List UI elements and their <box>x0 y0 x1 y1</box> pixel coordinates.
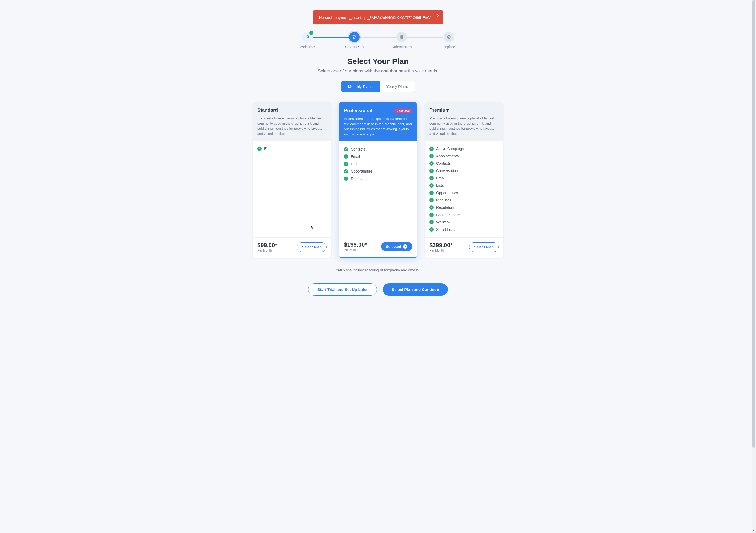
select-plan-button[interactable]: Select Plan <box>297 242 327 252</box>
feature-item: ✓Contacts <box>429 160 499 167</box>
feature-label: Pipelines <box>436 198 451 202</box>
monthly-plans-toggle[interactable]: Monthly Plans <box>341 81 379 92</box>
step-label: Explore <box>425 45 472 49</box>
select-plan-continue-button[interactable]: Select Plan and Continue <box>383 283 448 296</box>
check-icon: ✓ <box>429 213 434 217</box>
price-block: $399.00* Per Month <box>429 242 452 252</box>
feature-item: ✓Email <box>429 174 499 182</box>
plan-period: Per Month <box>344 248 367 252</box>
feature-label: Appointments <box>436 154 459 158</box>
feature-label: Lists <box>351 162 358 166</box>
plan-price: $399.00* <box>429 242 452 249</box>
button-label: Selected <box>386 245 401 249</box>
check-icon: ✓ <box>429 176 434 180</box>
refresh-icon <box>349 32 360 42</box>
feature-label: Workflow <box>436 220 451 224</box>
check-icon: ✓ <box>429 154 434 158</box>
feature-label: Lists <box>436 183 444 188</box>
feature-item: ✓Opportunities <box>344 168 412 175</box>
feature-label: Smart Lists <box>436 227 455 232</box>
feature-label: Contacts <box>436 161 451 166</box>
feature-label: Conversation <box>436 169 458 173</box>
check-icon: ✓ <box>257 147 261 151</box>
plan-price: $199.00* <box>344 241 367 248</box>
feature-list: ✓Active Campaign ✓Appointments ✓Contacts… <box>429 145 499 233</box>
feature-label: Contacts <box>351 147 365 151</box>
plan-title: Professional <box>344 108 372 114</box>
scrollbar-thumb[interactable] <box>752 0 755 448</box>
check-icon: ✓ <box>429 183 434 188</box>
plan-card-premium: Premium Premium - Lorem ipsum is placeho… <box>425 102 503 257</box>
feature-label: Email <box>351 154 360 159</box>
check-icon: ✓ <box>429 205 434 210</box>
check-icon: ✓ <box>344 154 348 159</box>
step-explore[interactable]: Explore <box>425 32 472 49</box>
feature-item: ✓Lists <box>429 182 499 189</box>
plan-price: $99.00* <box>257 242 277 249</box>
feature-list: ✓Contacts ✓Email ✓Lists ✓Opportunities ✓… <box>344 146 412 182</box>
plan-period: Per Month <box>257 249 277 252</box>
step-subscription[interactable]: Subscription <box>378 32 425 49</box>
price-block: $99.00* Per Month <box>257 242 277 252</box>
feature-item: ✓Reputation <box>344 175 412 182</box>
start-trial-button[interactable]: Start Trial and Set Up Later <box>308 283 377 296</box>
feature-item: ✓Appointments <box>429 152 499 160</box>
svg-rect-3 <box>401 38 402 38</box>
step-label: Subscription <box>378 45 425 49</box>
page-title: Select Your Plan <box>210 57 546 66</box>
billing-toggle: Monthly Plans Yearly Plans <box>341 81 415 92</box>
check-icon: ✓ <box>429 147 434 151</box>
plan-title: Standard <box>257 108 278 113</box>
check-icon: ✓ <box>344 162 348 166</box>
plan-period: Per Month <box>429 249 452 252</box>
feature-label: Opportunities <box>436 191 458 195</box>
check-icon: ✓ <box>429 191 434 195</box>
plan-card-professional: Professional Best Deal Professional - Lo… <box>338 102 418 257</box>
feature-item: ✓Active Campaign <box>429 145 499 152</box>
chevron-down-icon[interactable]: ▾ <box>752 529 756 532</box>
feature-item: ✓Email <box>344 153 412 160</box>
select-plan-button[interactable]: Select Plan <box>469 242 499 252</box>
step-select-plan[interactable]: Select Plan <box>331 32 378 49</box>
yearly-plans-toggle[interactable]: Yearly Plans <box>380 81 415 92</box>
check-icon: ✓ <box>429 161 434 166</box>
compass-icon <box>444 32 454 42</box>
step-welcome[interactable]: ✓ Welcome <box>284 32 331 49</box>
svg-rect-1 <box>401 36 402 37</box>
error-alert-message: No such payment_intent: 'pi_3MWoJuH4O0rK… <box>319 15 431 20</box>
feature-label: Opportunities <box>351 169 372 173</box>
feature-label: Email <box>264 147 273 151</box>
feature-label: Reputation <box>436 205 454 210</box>
selected-plan-button[interactable]: Selected ✓ <box>381 242 412 251</box>
check-icon: ✓ <box>429 169 434 173</box>
check-icon: ✓ <box>344 176 348 181</box>
feature-label: Social Planner <box>436 213 460 217</box>
step-label: Welcome <box>284 45 331 49</box>
plans-footnote: *All plans include reselling of telephon… <box>210 268 546 272</box>
plan-description: Standard - Lorem ipsum is placeholder te… <box>257 116 327 136</box>
document-icon <box>396 32 407 42</box>
plan-description: Professional - Lorem ipsum is placeholde… <box>344 116 412 137</box>
plan-title: Premium <box>429 108 449 113</box>
plan-description: Premium - Lorem ipsum is placeholder tex… <box>429 116 499 136</box>
progress-stepper: ✓ Welcome Select Plan Subscription Explo… <box>284 32 472 49</box>
page-heading: Select Your Plan <box>210 57 546 66</box>
vertical-scrollbar[interactable]: ▾ <box>752 0 756 533</box>
feature-item: ✓Conversation <box>429 167 499 174</box>
close-icon[interactable]: × <box>437 13 440 18</box>
check-icon: ✓ <box>429 220 434 224</box>
flag-icon: ✓ <box>302 32 312 42</box>
step-label: Select Plan <box>331 45 378 49</box>
feature-item: ✓Contacts <box>344 146 412 153</box>
feature-list: ✓Email <box>257 145 327 152</box>
best-deal-badge: Best Deal <box>394 109 412 113</box>
check-icon: ✓ <box>344 147 348 151</box>
feature-item: ✓Workflow <box>429 219 499 226</box>
feature-item: ✓Email <box>257 145 327 152</box>
plan-cards: Standard Standard - Lorem ipsum is place… <box>210 102 546 257</box>
svg-marker-5 <box>448 37 449 38</box>
error-alert: No such payment_intent: 'pi_3MWoJuH4O0rK… <box>313 11 443 24</box>
feature-label: Active Campaign <box>436 147 464 151</box>
feature-label: Email <box>436 176 446 180</box>
feature-item: ✓Lists <box>344 160 412 168</box>
